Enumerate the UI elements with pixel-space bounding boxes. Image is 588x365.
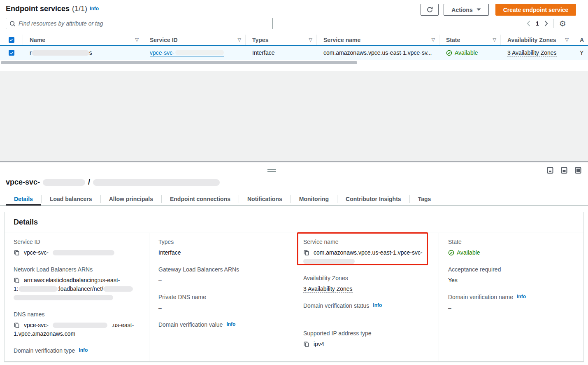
details-column-4: State Available Acceptance required Yes … [439,233,583,361]
filter-icon[interactable]: ▽ [238,37,241,42]
redacted-text [175,50,224,55]
page-next-button[interactable] [544,21,548,26]
column-header-availability-zones[interactable]: Availability Zones▽ [501,35,573,45]
page-title: Endpoint services (1/1) Info [6,5,99,13]
column-header-types[interactable]: Types▽ [246,35,317,45]
horizontal-scrollbar-thumb[interactable] [1,61,357,64]
row-checkbox[interactable] [9,50,14,56]
copy-icon[interactable] [14,250,20,256]
column-header-state[interactable]: State▽ [439,35,501,45]
tab-load-balancers[interactable]: Load balancers [42,193,100,205]
row-types-cell: Interface [246,49,317,56]
field-supported-ip-address-type: Supported IP address type ipv4 [303,330,430,349]
check-icon [9,37,14,42]
tab-endpoint-connections[interactable]: Endpoint connections [162,193,239,205]
tab-monitoring[interactable]: Monitoring [291,193,337,205]
info-link[interactable]: Info [517,294,526,299]
column-header-name[interactable]: Name▽ [23,35,143,45]
column-header-service-name[interactable]: Service name▽ [317,35,439,45]
details-column-2: Types Interface Gateway Load Balancers A… [149,233,294,361]
row-service-name-cell: com.amazonaws.vpce.us-east-1.vpce-sv... [317,49,439,56]
redacted-text [53,323,107,328]
redacted-text [303,259,355,264]
current-page[interactable]: 1 [536,20,539,27]
availability-zones-popover-trigger[interactable]: 3 Availability Zones [303,285,353,292]
check-circle-icon [448,250,454,256]
refresh-button[interactable] [421,4,439,16]
field-state: State Available [448,239,574,257]
copy-icon[interactable] [14,322,20,328]
endpoint-services-panel: Endpoint services (1/1) Info Actions Cre… [0,0,588,71]
panel-size-medium-icon[interactable] [561,167,567,174]
pagination: 1 ⚙ [527,19,566,28]
field-dns-names: DNS names vpce-svc-.us-east- 1.vpce.amaz… [14,311,140,338]
copy-icon[interactable] [303,250,309,256]
details-card: Details Service ID vpce-svc- Network Loa… [4,212,584,362]
copy-icon[interactable] [303,341,309,347]
availability-zones-popover-trigger[interactable]: 3 Availability Zones [507,49,557,56]
redacted-text [14,295,113,300]
row-service-id-cell: vpce-svc- [143,49,246,56]
redacted-text [53,250,114,255]
status-badge: Available [448,248,574,257]
table-row[interactable]: r s vpce-svc- Interface com.amazonaws.vp… [0,45,588,60]
filter-icon[interactable]: ▽ [309,37,312,42]
tab-tags[interactable]: Tags [410,193,439,205]
panel-size-small-icon[interactable] [547,167,553,174]
row-state-cell: Available [439,49,501,56]
field-domain-verification-value: Domain verification value Info – [158,321,285,340]
column-header-partial: A [573,35,588,45]
redacted-text [19,286,58,292]
field-domain-verification-type: Domain verification type Info – [14,347,140,365]
service-name-line-2 [303,257,430,266]
select-all-checkbox[interactable] [9,37,14,43]
split-panel: vpce-svc- / Details Load balancers Allow… [0,161,588,365]
field-private-dns-name: Private DNS name – [158,294,285,312]
field-service-name: Service name com.amazonaws.vpce.us-east-… [303,239,430,266]
panel-title: vpce-svc- / [6,178,220,187]
row-availability-zones-cell: 3 Availability Zones [501,49,573,56]
tab-contributor-insights[interactable]: Contributor Insights [337,193,409,205]
info-link[interactable]: Info [79,347,88,353]
field-domain-verification-status: Domain verification status Info – [303,302,430,321]
check-circle-icon [446,50,452,56]
panel-title-separator: / [88,178,90,187]
table-settings-gear-icon[interactable]: ⚙ [559,20,566,28]
info-link[interactable]: Info [226,321,235,327]
panel-size-large-icon[interactable] [575,167,581,174]
caret-down-icon [476,8,481,11]
panel-resize-handle[interactable] [267,169,276,172]
filter-icon[interactable]: ▽ [565,37,569,42]
panel-size-controls [547,167,581,174]
page-previous-button[interactable] [527,21,530,26]
redacted-text [32,50,89,56]
refresh-icon [426,6,433,13]
details-column-3: Service name com.amazonaws.vpce.us-east-… [294,233,439,361]
filter-icon[interactable]: ▽ [432,37,435,42]
select-all-cell [0,35,23,45]
info-link[interactable]: Info [373,302,382,308]
search-box [6,18,273,29]
info-link[interactable]: Info [90,6,99,12]
column-header-service-id[interactable]: Service ID▽ [143,35,246,45]
actions-button[interactable]: Actions [444,4,489,16]
tab-details[interactable]: Details [6,193,41,205]
copy-icon[interactable] [14,277,20,283]
create-endpoint-service-button[interactable]: Create endpoint service [495,4,576,16]
arn-line-2: 1::loadbalancer/net/ [14,285,140,293]
check-icon [9,51,14,55]
status-badge: Available [446,49,478,56]
field-nlb-arns: Network Load Balancers ARNs arn:aws:elas… [14,266,140,302]
field-availability-zones: Availability Zones 3 Availability Zones [303,275,430,293]
redacted-text [103,286,133,292]
tab-allow-principals[interactable]: Allow principals [101,193,161,205]
create-endpoint-service-label: Create endpoint service [503,7,569,13]
filter-icon[interactable]: ▽ [493,37,496,42]
arn-line-3 [14,293,140,302]
tab-bar: Details Load balancers Allow principals … [0,193,588,206]
resource-count: (1/1) [72,5,87,13]
filter-icon[interactable]: ▽ [135,37,139,42]
search-input[interactable] [19,20,269,27]
service-id-link[interactable]: vpce-svc- [150,49,224,56]
tab-notifications[interactable]: Notifications [239,193,291,205]
